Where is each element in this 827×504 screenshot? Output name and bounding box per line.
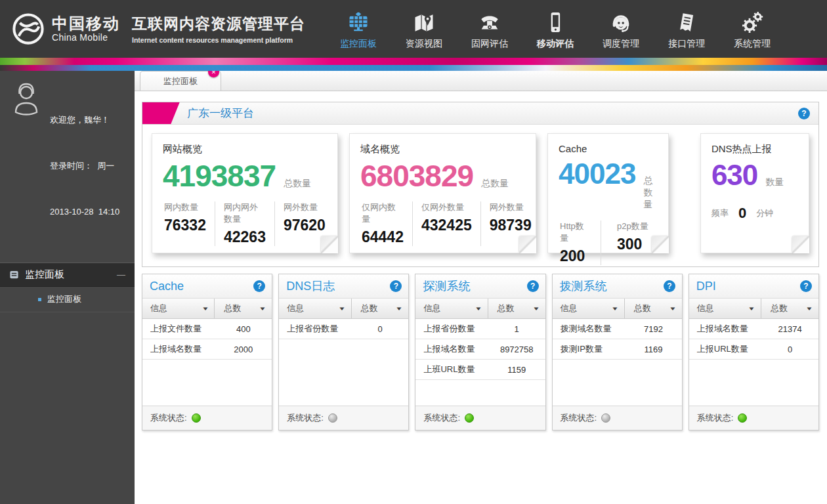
total-label: 总数量	[643, 175, 658, 211]
mobile-phone-icon	[543, 9, 568, 36]
platform-panel: 广东一级平台 网站概览 4193837 总数量 网内数量 7633	[142, 102, 819, 267]
panel-header: Cache	[142, 274, 272, 299]
nav-item-mobile-eval[interactable]: 移动评估	[531, 9, 580, 50]
stat-card-website-overview: 网站概览 4193837 总数量 网内数量 76332 网内网外数量	[152, 133, 338, 253]
card-title: DNS热点上报	[711, 143, 798, 156]
column-header-info[interactable]: 信息	[279, 299, 351, 318]
panel-header: 探测系统	[415, 274, 545, 299]
status-bar: 系统状态:	[689, 406, 818, 430]
column-headers: 信息 总数	[415, 299, 545, 319]
sidebar-section-monitor-dashboard[interactable]: 监控面板	[0, 262, 135, 287]
status-label: 系统状态:	[561, 412, 597, 424]
nav-label: 接口管理	[668, 38, 705, 50]
document-icon	[9, 270, 19, 280]
sidebar-item-label: 监控面板	[47, 293, 81, 305]
main-content: 监控面板 广东一级平台 网站概览 4193837 总数量	[135, 71, 827, 504]
table-row: 上报域名数量 8972758	[415, 339, 545, 360]
brand-name-en: China Mobile	[52, 32, 120, 43]
chevron-down-icon	[532, 306, 540, 312]
column-headers: 信息 总数	[142, 299, 272, 319]
tab-monitor-dashboard[interactable]: 监控面板	[140, 71, 221, 91]
sub-stat: p2p数量 300	[601, 220, 658, 265]
map-icon	[412, 9, 436, 36]
chevron-down-icon	[201, 306, 209, 312]
table-row: 上报文件数量 400	[142, 319, 272, 339]
close-tab-icon[interactable]	[208, 71, 219, 77]
table-row: 上报URL数量 0	[689, 339, 818, 360]
nav-item-dispatch-mgmt[interactable]: 调度管理	[597, 9, 645, 50]
login-time-text: 登录时间： 周一	[50, 158, 119, 173]
chevron-down-icon	[611, 306, 619, 312]
panel-title: Cache	[150, 280, 184, 293]
top-header: 中国移动 China Mobile 互联网内容资源管理平台 Internet c…	[0, 0, 827, 58]
table-row: 上报域名数量 2000	[142, 339, 272, 360]
column-headers: 信息 总数	[279, 299, 408, 319]
table-row: 上报域名数量 21374	[689, 319, 818, 339]
telephone-icon	[477, 9, 502, 36]
nav-item-fixed-network-eval[interactable]: 固网评估	[465, 9, 514, 50]
nav-label: 监控面板	[340, 38, 377, 50]
nav-item-resource-view[interactable]: 资源视图	[400, 9, 448, 50]
total-label: 总数量	[481, 178, 509, 190]
user-avatar-icon	[8, 81, 45, 120]
column-header-total[interactable]: 总数	[625, 299, 682, 318]
panel-header: DNS日志	[279, 274, 408, 299]
status-label: 系统状态:	[697, 412, 734, 424]
status-bar: 系统状态:	[415, 406, 545, 430]
app-window: 中国移动 China Mobile 互联网内容资源管理平台 Internet c…	[0, 0, 827, 504]
help-icon[interactable]	[527, 280, 539, 292]
column-header-info[interactable]: 信息	[553, 299, 625, 318]
help-icon[interactable]	[664, 280, 675, 292]
status-bar: 系统状态:	[279, 406, 408, 430]
stat-card-domain-overview: 域名概览 6803829 总数量 仅网内数量 64442 仅网外数量	[349, 133, 536, 253]
chevron-down-icon	[475, 306, 482, 312]
sub-stat: 仅网外数量 432425	[412, 201, 480, 246]
nav-item-monitor-dashboard[interactable]: 监控面板	[334, 9, 383, 50]
sidebar-item-monitor-dashboard[interactable]: 监控面板	[0, 287, 135, 312]
chevron-down-icon	[338, 306, 346, 312]
sub-stat: 网内数量 76332	[163, 201, 215, 246]
column-header-total[interactable]: 总数	[488, 299, 545, 318]
collapse-icon[interactable]	[117, 270, 125, 280]
sidebar: 欢迎您，魏华！ 登录时间： 周一 2013-10-28 14:10 监控面板 监…	[0, 71, 135, 504]
frequency-row: 频率 0 分钟	[711, 205, 798, 222]
column-header-total[interactable]: 总数	[215, 299, 272, 318]
brand-name-cn: 中国移动	[52, 15, 120, 32]
panel-title: 拨测系统	[560, 278, 607, 294]
chevron-down-icon	[669, 306, 677, 312]
sub-stat: 仅网内数量 64442	[360, 201, 412, 246]
help-icon[interactable]	[253, 280, 265, 292]
nav-label: 资源视图	[406, 38, 442, 50]
total-label: 总数量	[284, 178, 311, 190]
chevron-down-icon	[748, 306, 755, 312]
tab-bar: 监控面板	[135, 71, 827, 91]
user-info: 欢迎您，魏华！ 登录时间： 周一 2013-10-28 14:10	[0, 71, 135, 258]
table-row: 拨测IP数量 1169	[553, 339, 682, 360]
operator-headset-icon	[608, 9, 633, 36]
decorative-ribbon	[0, 58, 827, 71]
total-label: 数量	[765, 177, 784, 188]
column-header-info[interactable]: 信息	[142, 299, 215, 318]
panel-dpi: DPI 信息 总数 上报域名数量 21374	[689, 274, 819, 430]
column-header-total[interactable]: 总数	[761, 299, 818, 318]
panel-header: 拨测系统	[553, 274, 682, 299]
tab-label: 监控面板	[163, 75, 198, 87]
main-nav: 监控面板 资源视图	[334, 9, 776, 50]
nav-item-interface-mgmt[interactable]: 接口管理	[662, 9, 711, 50]
help-icon[interactable]	[800, 280, 812, 292]
panel-title: DNS日志	[286, 278, 335, 294]
sub-stat: Http数量 200	[559, 220, 601, 265]
status-dot-icon	[328, 413, 337, 423]
interface-doc-icon	[674, 9, 699, 36]
column-header-total[interactable]: 总数	[352, 299, 409, 318]
platform-title: 广东一级平台	[187, 106, 254, 121]
total-value: 630	[711, 160, 757, 190]
column-header-info[interactable]: 信息	[689, 299, 761, 318]
help-icon[interactable]	[390, 280, 402, 292]
total-value: 40023	[559, 159, 635, 189]
column-header-info[interactable]: 信息	[415, 299, 488, 318]
nav-item-system-mgmt[interactable]: 系统管理	[728, 9, 776, 50]
help-icon[interactable]	[798, 108, 810, 119]
column-headers: 信息 总数	[689, 299, 818, 319]
app-title: 互联网内容资源管理平台 Internet content resources m…	[132, 14, 305, 44]
